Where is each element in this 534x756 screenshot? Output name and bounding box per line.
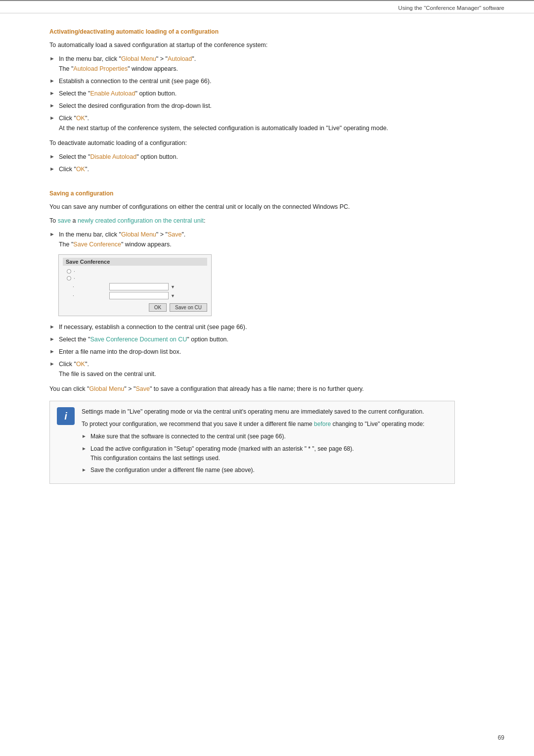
info-box: i Settings made in "Live" operating mode… xyxy=(49,401,455,484)
bullet-content: Click "OK". The file is saved on the cen… xyxy=(59,359,455,379)
radio-icon2 xyxy=(67,276,71,281)
bullet-content: Select the desired configuration from th… xyxy=(59,101,455,111)
dialog-filename-label: · xyxy=(73,284,107,289)
dialog-buttons: OK Save on CU xyxy=(65,303,207,312)
link-save: save xyxy=(58,217,71,224)
list-item: ► Click "OK". At the next startup of the… xyxy=(49,113,455,133)
bullet-content: Click "OK". xyxy=(59,164,455,174)
link-autoload: Autoload xyxy=(168,55,192,62)
radio-icon xyxy=(67,269,71,274)
list-item: ► Click "OK". The file is saved on the c… xyxy=(49,359,455,379)
list-item: ► Save the configuration under a differe… xyxy=(82,466,447,475)
save-conference-dialog: Save Conference · · · xyxy=(58,254,212,316)
header-text: Using the "Conference Manager" software xyxy=(398,5,504,11)
bullet-content: Save the configuration under a different… xyxy=(90,466,447,475)
bullet-arrow-icon: ► xyxy=(49,165,55,174)
bullet-arrow-icon: ► xyxy=(49,323,55,331)
list-item: ► Click "OK". xyxy=(49,164,455,174)
combo-arrow2-icon: ▼ xyxy=(171,293,175,298)
info-text1: Settings made in "Live" operating mode o… xyxy=(82,407,447,417)
link-save: Save xyxy=(168,231,182,238)
list-item: ► Enter a file name into the drop-down l… xyxy=(49,347,455,357)
bullet-content: Load the active configuration in "Setup"… xyxy=(90,444,447,463)
sub-bullet-list: ► Make sure that the software is connect… xyxy=(82,432,447,475)
link-enable-autoload: Enable Autoload xyxy=(90,90,135,97)
bullet-arrow-icon: ► xyxy=(49,152,55,161)
also-save-text: You can click "Global Menu" > "Save" to … xyxy=(49,384,455,394)
bullet-content: In the menu bar, click "Global Menu" > "… xyxy=(59,230,455,249)
section-activating: Activating/deactivating automatic loadin… xyxy=(49,28,455,174)
bullet-arrow-icon: ► xyxy=(49,54,55,63)
bullet-arrow-icon: ► xyxy=(49,89,55,98)
page-container: Using the "Conference Manager" software … xyxy=(0,0,534,756)
bullet-content: Select the "Save Conference Document on … xyxy=(59,334,455,344)
bullet-arrow-icon: ► xyxy=(49,347,55,356)
link-newly-created: newly created configuration on the centr… xyxy=(78,217,204,224)
dialog-ok-button[interactable]: OK xyxy=(149,303,167,312)
bullet-content: Select the "Enable Autoload" option butt… xyxy=(59,89,455,98)
bullet-content: If necessary, establish a connection to … xyxy=(59,322,455,332)
dialog-radio-row2: · xyxy=(67,276,207,281)
list-item: ► Select the "Enable Autoload" option bu… xyxy=(49,89,455,98)
bullet-content: In the menu bar, click "Global Menu" > "… xyxy=(59,54,455,74)
list-item: ► In the menu bar, click "Global Menu" >… xyxy=(49,230,455,249)
bullet-content: Click "OK". At the next startup of the c… xyxy=(59,113,455,133)
main-content: Activating/deactivating automatic loadin… xyxy=(0,13,485,509)
link-save2: Save xyxy=(135,385,150,392)
section1-heading: Activating/deactivating automatic loadin… xyxy=(49,28,455,35)
section2-intro: You can save any number of configuration… xyxy=(49,202,455,212)
bullet-arrow-icon: ► xyxy=(49,101,55,110)
to-save-text: To save a newly created configuration on… xyxy=(49,216,455,226)
link-before: before xyxy=(314,421,331,427)
deactivate-intro: To deactivate automatic loading of a con… xyxy=(49,138,455,148)
dialog-combo-row2: · ▼ xyxy=(73,292,207,299)
info-text2: To protect your configuration, we recomm… xyxy=(82,420,447,429)
page-number: 69 xyxy=(498,734,504,741)
deactivate-list: ► Select the "Disable Autoload" option b… xyxy=(49,152,455,174)
section1-intro: To automatically load a saved configurat… xyxy=(49,40,455,50)
bullet-content: Select the "Disable Autoload" option but… xyxy=(59,152,455,162)
bullet-arrow-icon: ► xyxy=(49,77,55,86)
bullet-arrow-icon: ► xyxy=(82,432,87,440)
list-item: ► Select the "Disable Autoload" option b… xyxy=(49,152,455,162)
page-header: Using the "Conference Manager" software xyxy=(0,1,534,13)
bullet-content: Enter a file name into the drop-down lis… xyxy=(59,347,455,357)
bullet-arrow-icon: ► xyxy=(49,335,55,344)
dialog-title: Save Conference xyxy=(63,258,207,266)
dialog-section: · · · ▼ · xyxy=(65,269,207,312)
section-saving: Saving a configuration You can save any … xyxy=(49,190,455,484)
link-disable-autoload: Disable Autoload xyxy=(90,153,136,160)
combo-arrow-icon: ▼ xyxy=(171,284,175,289)
bullet-arrow-icon: ► xyxy=(49,230,55,239)
bullet-arrow-icon: ► xyxy=(49,360,55,369)
list-item: ► Establish a connection to the central … xyxy=(49,76,455,86)
list-item: ► Make sure that the software is connect… xyxy=(82,432,447,441)
radio-label1: · xyxy=(74,269,75,274)
dialog-label2: · xyxy=(73,293,107,298)
list-item: ► Select the desired configuration from … xyxy=(49,101,455,111)
bullet-arrow-icon: ► xyxy=(82,466,87,474)
save-after-dialog-list: ► If necessary, establish a connection t… xyxy=(49,322,455,379)
info-content: Settings made in "Live" operating mode o… xyxy=(82,407,447,477)
info-icon: i xyxy=(57,407,75,425)
bullet-arrow-icon: ► xyxy=(82,445,87,453)
link-global-menu2: Global Menu xyxy=(121,231,156,238)
dialog-combo-input[interactable] xyxy=(109,283,169,290)
link-autoload-properties: Autoload Properties xyxy=(73,65,128,72)
bullet-content: Make sure that the software is connected… xyxy=(90,432,447,441)
list-item: ► In the menu bar, click "Global Menu" >… xyxy=(49,54,455,74)
link-global-menu3: Global Menu xyxy=(89,385,124,392)
dialog-save-cu-button[interactable]: Save on CU xyxy=(170,303,207,312)
dialog-radio-row1: · xyxy=(67,269,207,274)
bullet-arrow-icon: ► xyxy=(49,114,55,123)
link-global-menu: Global Menu xyxy=(121,55,156,62)
link-ok: OK xyxy=(76,115,85,122)
activate-list: ► In the menu bar, click "Global Menu" >… xyxy=(49,54,455,133)
radio-label2: · xyxy=(74,276,75,281)
list-item: ► If necessary, establish a connection t… xyxy=(49,322,455,332)
list-item: ► Load the active configuration in "Setu… xyxy=(82,444,447,463)
section2-heading: Saving a configuration xyxy=(49,190,455,197)
dialog-combo-input2[interactable] xyxy=(109,292,169,299)
dialog-combo-row: · ▼ xyxy=(73,283,207,290)
save-first-list: ► In the menu bar, click "Global Menu" >… xyxy=(49,230,455,249)
